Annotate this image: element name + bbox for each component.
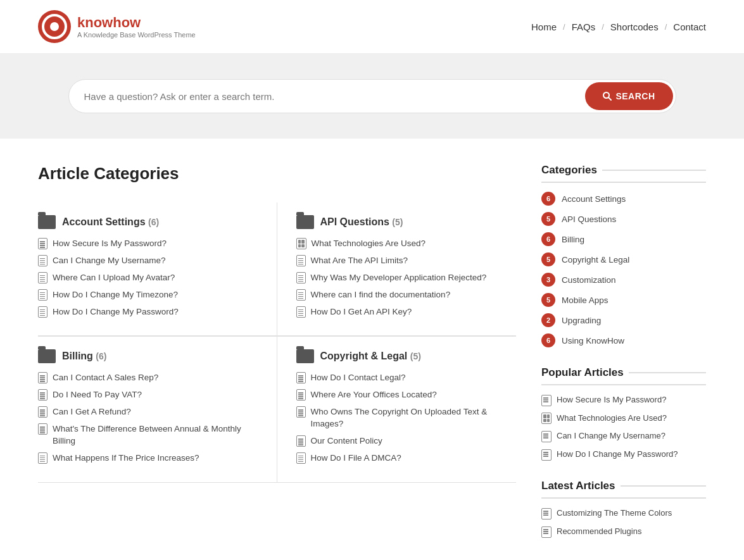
popular-item-text: What Technologies Are Used? <box>557 413 667 424</box>
sidebar-categories-section: Categories 6 Account Settings 5 API Ques… <box>541 164 706 347</box>
doc-icon <box>38 255 47 266</box>
sidebar-item-mobile-apps[interactable]: 5 Mobile Apps <box>541 293 706 307</box>
article-link[interactable]: Where Are Your Offices Located? <box>311 389 437 401</box>
folder-icon <box>38 215 56 229</box>
article-link[interactable]: Where can I find the documentation? <box>311 289 451 301</box>
doc-icon <box>541 431 552 442</box>
doc-icon-grid <box>541 413 552 424</box>
svg-line-1 <box>608 97 611 100</box>
list-item: Our Content Policy <box>296 435 517 447</box>
cat-title-copyright: Copyright & Legal (5) <box>320 351 421 362</box>
sidebar-item-copyright-legal[interactable]: 5 Copyright & Legal <box>541 252 706 266</box>
article-link[interactable]: How Secure Is My Password? <box>53 238 167 250</box>
cat-title-api: API Questions (5) <box>320 216 403 228</box>
cat-badge: 6 <box>541 333 555 347</box>
article-link[interactable]: How Do I File A DMCA? <box>311 452 401 464</box>
nav-home[interactable]: Home <box>531 22 557 32</box>
doc-icon <box>38 238 47 249</box>
doc-icon <box>38 272 47 283</box>
sidebar-popular-section: Popular Articles How Secure Is My Passwo… <box>541 366 706 461</box>
article-list-api: What Technologies Are Used? What Are The… <box>296 238 517 318</box>
article-list-billing: Can I Contact A Sales Rep? Do I Need To … <box>38 372 258 464</box>
sidebar-item-customization[interactable]: 3 Customization <box>541 273 706 287</box>
latest-item[interactable]: Recommended Plugins <box>541 526 706 538</box>
popular-item[interactable]: How Do I Change My Password? <box>541 449 706 461</box>
article-link[interactable]: Can I Get A Refund? <box>53 406 131 418</box>
search-bar: SEARCH <box>68 79 676 113</box>
article-link[interactable]: What Are The API Limits? <box>311 255 408 267</box>
popular-item[interactable]: How Secure Is My Password? <box>541 394 706 406</box>
popular-item[interactable]: Can I Change My Username? <box>541 430 706 442</box>
doc-icon-grid <box>296 238 306 249</box>
search-input[interactable] <box>69 81 583 112</box>
sidebar-category-list: 6 Account Settings 5 API Questions 6 Bil… <box>541 192 706 347</box>
list-item: Where can I find the documentation? <box>296 289 517 301</box>
cat-badge: 2 <box>541 313 555 327</box>
article-link[interactable]: How Do I Change My Timezone? <box>53 289 178 301</box>
article-link[interactable]: Where Can I Upload My Avatar? <box>53 272 175 284</box>
nav-shortcodes[interactable]: Shortcodes <box>610 22 659 32</box>
doc-icon <box>296 272 306 283</box>
article-list-account: How Secure Is My Password? Can I Change … <box>38 238 258 318</box>
nav-faqs[interactable]: FAQs <box>572 22 596 32</box>
doc-icon <box>38 452 47 464</box>
list-item: Who Owns The Copyright On Uploaded Text … <box>296 406 517 430</box>
sidebar-item-api-questions[interactable]: 5 API Questions <box>541 212 706 226</box>
doc-icon <box>296 306 306 318</box>
sidebar-item-upgrading[interactable]: 2 Upgrading <box>541 313 706 327</box>
sidebar-item-account-settings[interactable]: 6 Account Settings <box>541 192 706 206</box>
sidebar-item-label: Mobile Apps <box>562 296 608 305</box>
list-item: Can I Contact A Sales Rep? <box>38 372 258 384</box>
list-item: Can I Get A Refund? <box>38 406 258 418</box>
article-link[interactable]: What Happens If The Price Increases? <box>53 452 199 464</box>
sidebar-item-label: Using KnowHow <box>562 336 624 345</box>
list-item: How Do I Get An API Key? <box>296 306 517 318</box>
list-item: How Secure Is My Password? <box>38 238 258 250</box>
cat-badge: 5 <box>541 293 555 307</box>
doc-icon <box>296 452 306 464</box>
folder-icon <box>296 349 314 363</box>
article-link[interactable]: Our Content Policy <box>311 435 382 447</box>
list-item: How Do I Change My Password? <box>38 306 258 318</box>
logo-text: knowhow A Knowledge Base WordPress Theme <box>77 15 196 39</box>
content-area: Article Categories Account Settings (6) … <box>38 164 541 557</box>
article-link[interactable]: How Do I Change My Password? <box>53 306 179 318</box>
article-link[interactable]: How Do I Get An API Key? <box>311 306 412 318</box>
sidebar-item-using-knowhow[interactable]: 6 Using KnowHow <box>541 333 706 347</box>
sidebar-item-label: Upgrading <box>562 316 601 325</box>
article-link[interactable]: What's The Difference Between Annual & M… <box>53 423 258 447</box>
search-button[interactable]: SEARCH <box>585 82 672 110</box>
article-link[interactable]: Do I Need To Pay VAT? <box>53 389 142 401</box>
category-grid: Account Settings (6) How Secure Is My Pa… <box>38 202 516 483</box>
article-link[interactable]: Why Was My Developer Application Rejecte… <box>311 272 487 284</box>
nav-contact[interactable]: Contact <box>673 22 706 32</box>
doc-icon <box>296 289 306 301</box>
sidebar-popular-title: Popular Articles <box>541 366 706 385</box>
logo-subtitle: A Knowledge Base WordPress Theme <box>77 31 196 39</box>
sidebar-categories-title: Categories <box>541 164 706 183</box>
sidebar-latest-section: Latest Articles Customizing The Theme Co… <box>541 480 706 538</box>
doc-icon <box>38 406 47 418</box>
logo-icon <box>38 10 71 43</box>
article-link[interactable]: Who Owns The Copyright On Uploaded Text … <box>311 406 517 430</box>
article-link[interactable]: How Do I Contact Legal? <box>311 372 406 384</box>
article-link[interactable]: Can I Contact A Sales Rep? <box>53 372 158 384</box>
latest-item[interactable]: Customizing The Theme Colors <box>541 507 706 520</box>
sidebar: Categories 6 Account Settings 5 API Ques… <box>541 164 706 557</box>
site-header: knowhow A Knowledge Base WordPress Theme… <box>0 0 744 54</box>
logo[interactable]: knowhow A Knowledge Base WordPress Theme <box>38 10 196 43</box>
category-copyright-legal: Copyright & Legal (5) How Do I Contact L… <box>277 336 517 482</box>
doc-icon <box>541 508 552 520</box>
list-item: Can I Change My Username? <box>38 255 258 267</box>
article-link[interactable]: What Technologies Are Used? <box>312 238 426 250</box>
sidebar-item-billing[interactable]: 6 Billing <box>541 232 706 246</box>
popular-item-text: Can I Change My Username? <box>557 430 665 442</box>
doc-icon <box>38 289 47 301</box>
article-link[interactable]: Can I Change My Username? <box>53 255 166 267</box>
list-item: What Are The API Limits? <box>296 255 517 267</box>
sidebar-latest-title: Latest Articles <box>541 480 706 499</box>
doc-icon <box>541 526 552 538</box>
popular-item[interactable]: What Technologies Are Used? <box>541 413 706 424</box>
list-item: Where Can I Upload My Avatar? <box>38 272 258 284</box>
popular-item-text: How Do I Change My Password? <box>557 449 678 460</box>
